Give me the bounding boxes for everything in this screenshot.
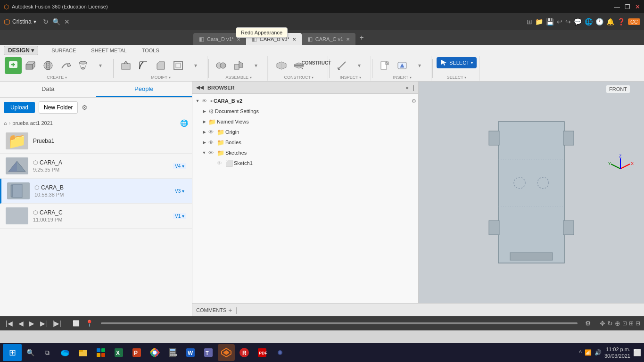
shell-button[interactable] [170,57,187,74]
tree-item[interactable]: ▶ 👁 📁 Bodies [192,137,418,148]
surface-tab[interactable]: SURFACE [50,48,78,53]
design-btn[interactable]: DESIGN ▾ [4,46,38,55]
file-icon[interactable]: 📁 [535,18,543,25]
minimize-button[interactable]: — [614,3,620,10]
list-item[interactable]: ⬡ CARA_B 10:58:38 PM V3 ▾ [0,179,192,204]
version-badge[interactable]: V1 ▾ [173,213,186,219]
sweep-button[interactable] [57,57,74,74]
browser-collapse-icon[interactable]: ◀◀ [196,85,204,90]
add-comment-icon[interactable]: + [228,306,232,314]
taskbar-search-button[interactable]: 🔍 [23,345,38,360]
taskbar-store-icon[interactable] [92,344,109,361]
extrude-button[interactable] [22,57,39,74]
offset-plane-button[interactable] [273,57,290,74]
taskbar-photo-icon[interactable] [272,344,289,361]
search-icon[interactable]: 🔍 [52,18,60,25]
tree-item[interactable]: 👁 ⬜ Sketch1 [192,158,418,168]
version-badge[interactable]: V4 ▾ [173,163,186,169]
timeline-play-button[interactable]: ▶ [27,319,36,328]
upload-button[interactable]: Upload [4,102,35,113]
revolve-button[interactable] [40,57,57,74]
clock-icon[interactable]: 🕐 [595,18,603,25]
refresh-icon[interactable]: ↻ [43,18,49,25]
show-desktop-icon[interactable]: ⬜ [633,349,641,356]
tab-cara-c[interactable]: ◧ CARA_C v1 ✕ [302,33,355,45]
help-icon[interactable]: ❓ [617,18,625,25]
timeline-scrubber[interactable] [101,322,578,324]
bell-icon[interactable]: 🔔 [606,18,614,25]
tree-item[interactable]: ▶ 📁 Named Views [192,116,418,127]
user-menu[interactable]: ⬡ Cristina ▾ [4,17,36,26]
add-tab-button[interactable]: + [355,33,367,42]
version-badge[interactable]: V3 ▾ [173,188,186,194]
sheet-metal-tab[interactable]: SHEET METAL [89,48,128,53]
fit-view-icon[interactable]: ⊡ [622,320,627,327]
tree-expand-icon[interactable]: ▼ [194,99,201,103]
start-button[interactable]: ⊞ [3,344,22,361]
joint-button[interactable] [213,57,230,74]
tree-visibility-icon[interactable]: 👁 [208,129,216,135]
grid-icon[interactable]: ⊞ [527,18,532,25]
taskbar-clock[interactable]: 11:02 p.m. 30/03/2021 [604,346,630,360]
tree-expand-icon[interactable]: ▼ [201,150,207,155]
close-button[interactable]: ✕ [635,3,640,10]
taskbar-teams-icon[interactable]: T [200,344,217,361]
sidebar-tab-data[interactable]: Data [0,82,96,97]
save-icon[interactable]: 💾 [546,18,554,25]
new-folder-button[interactable]: New Folder [39,101,78,114]
tree-item[interactable]: ▼ 👁 📁 Sketches [192,148,418,158]
tree-visibility-icon[interactable]: 👁 [208,150,216,156]
globe-icon[interactable]: 🌐 [585,18,593,25]
pan-icon[interactable]: ✥ [600,320,605,327]
taskbar-powerpoint-icon[interactable]: P [128,344,145,361]
chamfer-button[interactable] [152,57,169,74]
taskbar-files-icon[interactable] [74,344,91,361]
zoom-icon[interactable]: ⊕ [615,320,620,327]
tab-close-icon[interactable]: ✕ [292,37,296,42]
more-modify-button[interactable]: ▾ [187,57,204,74]
more-construct-button[interactable]: CONSTRUCT - [308,57,325,74]
timeline-start-button[interactable]: |◀ [4,319,15,328]
more-insert-button[interactable]: ▾ [411,57,428,74]
grid-view-icon[interactable]: ⊞ [629,320,634,327]
taskbar-calculator-icon[interactable] [164,344,181,361]
more-assemble-button[interactable]: ▾ [248,57,264,74]
tools-tab[interactable]: TOOLS [140,48,161,53]
tree-expand-icon[interactable]: ▶ [201,119,207,124]
taskbar-red-app-icon[interactable]: R [236,344,253,361]
timeline-end-button[interactable]: |▶| [50,319,63,328]
breadcrumb-folder-label[interactable]: prueba act1 2021 [12,120,53,126]
timeline-settings-icon[interactable]: ⚙ [583,319,593,328]
browser-pin-icon[interactable]: | [413,84,414,91]
breadcrumb-home-icon[interactable]: ⌂ [4,120,7,126]
more-inspect-button[interactable]: ▾ [351,57,368,74]
select-button[interactable]: SELECT ▾ [437,57,477,68]
loft-button[interactable] [74,57,91,74]
timeline-next-button[interactable]: ▶| [38,319,49,328]
new-component-button[interactable] [5,57,22,74]
tree-root-gear-icon[interactable]: ⚙ [412,98,416,104]
sidebar-tab-people[interactable]: People [96,82,192,97]
tree-visibility-icon[interactable]: 👁 [217,160,224,166]
settings-icon[interactable]: ⚙ [82,104,88,111]
tree-expand-icon[interactable]: ▶ [201,109,207,114]
orbit-icon[interactable]: ↻ [607,320,613,327]
fillet-button[interactable] [135,57,152,74]
close-panel-icon[interactable]: ✕ [64,18,70,25]
tree-expand-icon[interactable]: ▶ [201,140,207,145]
tree-root-item[interactable]: ▼ 👁 ▪ CARA_B v2 ⚙ [192,96,418,106]
taskbar-pdf-icon[interactable]: PDF [254,344,271,361]
tree-item[interactable]: ▶ ⚙ Document Settings [192,106,418,116]
add-component-button[interactable] [230,57,247,74]
redo-icon[interactable]: ↪ [565,18,571,25]
tray-expand-icon[interactable]: ^ [579,349,582,356]
tree-visibility-icon[interactable]: 👁 [208,140,216,145]
press-pull-button[interactable] [117,57,134,74]
taskbar-chrome-icon[interactable] [146,344,163,361]
taskbar-edge-icon[interactable] [57,344,74,361]
insert-derive-button[interactable] [376,57,393,74]
more-create-button[interactable]: ▾ [92,57,109,74]
taskbar-task-view[interactable]: ⧉ [39,344,56,361]
list-item[interactable]: 📁 Prueba1 [0,129,192,154]
undo-icon[interactable]: ↩ [557,18,562,25]
